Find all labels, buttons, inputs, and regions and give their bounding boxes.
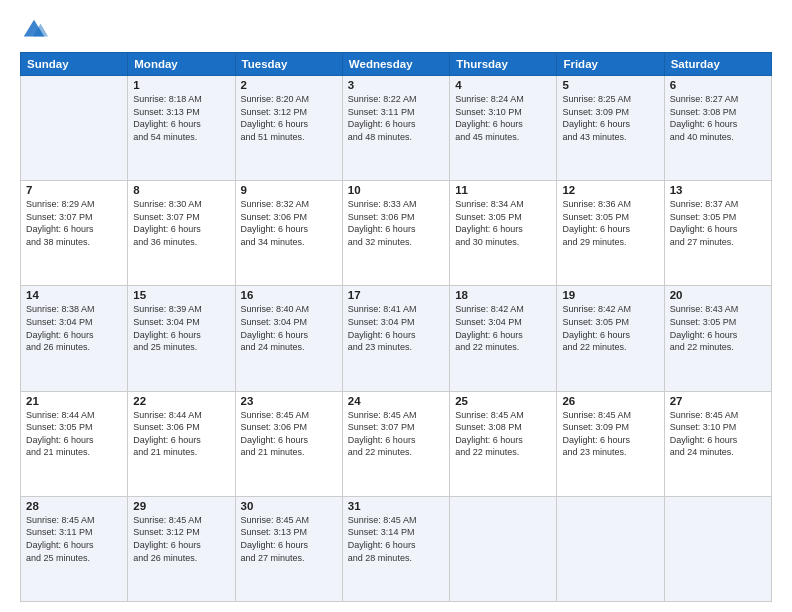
- calendar-week-row: 7Sunrise: 8:29 AM Sunset: 3:07 PM Daylig…: [21, 181, 772, 286]
- calendar-day-header: Tuesday: [235, 53, 342, 76]
- day-number: 16: [241, 289, 337, 301]
- day-number: 6: [670, 79, 766, 91]
- calendar-cell: 13Sunrise: 8:37 AM Sunset: 3:05 PM Dayli…: [664, 181, 771, 286]
- day-number: 20: [670, 289, 766, 301]
- day-number: 2: [241, 79, 337, 91]
- page: SundayMondayTuesdayWednesdayThursdayFrid…: [0, 0, 792, 612]
- cell-info: Sunrise: 8:45 AM Sunset: 3:10 PM Dayligh…: [670, 409, 766, 459]
- cell-info: Sunrise: 8:27 AM Sunset: 3:08 PM Dayligh…: [670, 93, 766, 143]
- calendar-cell: 8Sunrise: 8:30 AM Sunset: 3:07 PM Daylig…: [128, 181, 235, 286]
- cell-info: Sunrise: 8:44 AM Sunset: 3:06 PM Dayligh…: [133, 409, 229, 459]
- cell-info: Sunrise: 8:38 AM Sunset: 3:04 PM Dayligh…: [26, 303, 122, 353]
- calendar-cell: [21, 76, 128, 181]
- calendar-cell: 17Sunrise: 8:41 AM Sunset: 3:04 PM Dayli…: [342, 286, 449, 391]
- day-number: 14: [26, 289, 122, 301]
- day-number: 17: [348, 289, 444, 301]
- calendar-table: SundayMondayTuesdayWednesdayThursdayFrid…: [20, 52, 772, 602]
- day-number: 18: [455, 289, 551, 301]
- day-number: 26: [562, 395, 658, 407]
- cell-info: Sunrise: 8:33 AM Sunset: 3:06 PM Dayligh…: [348, 198, 444, 248]
- day-number: 23: [241, 395, 337, 407]
- cell-info: Sunrise: 8:42 AM Sunset: 3:04 PM Dayligh…: [455, 303, 551, 353]
- calendar-cell: 1Sunrise: 8:18 AM Sunset: 3:13 PM Daylig…: [128, 76, 235, 181]
- day-number: 31: [348, 500, 444, 512]
- calendar-cell: 31Sunrise: 8:45 AM Sunset: 3:14 PM Dayli…: [342, 496, 449, 601]
- calendar-week-row: 14Sunrise: 8:38 AM Sunset: 3:04 PM Dayli…: [21, 286, 772, 391]
- cell-info: Sunrise: 8:29 AM Sunset: 3:07 PM Dayligh…: [26, 198, 122, 248]
- day-number: 29: [133, 500, 229, 512]
- calendar-cell: 5Sunrise: 8:25 AM Sunset: 3:09 PM Daylig…: [557, 76, 664, 181]
- cell-info: Sunrise: 8:43 AM Sunset: 3:05 PM Dayligh…: [670, 303, 766, 353]
- calendar-cell: 22Sunrise: 8:44 AM Sunset: 3:06 PM Dayli…: [128, 391, 235, 496]
- calendar-cell: 6Sunrise: 8:27 AM Sunset: 3:08 PM Daylig…: [664, 76, 771, 181]
- calendar-header-row: SundayMondayTuesdayWednesdayThursdayFrid…: [21, 53, 772, 76]
- cell-info: Sunrise: 8:32 AM Sunset: 3:06 PM Dayligh…: [241, 198, 337, 248]
- cell-info: Sunrise: 8:45 AM Sunset: 3:11 PM Dayligh…: [26, 514, 122, 564]
- cell-info: Sunrise: 8:45 AM Sunset: 3:09 PM Dayligh…: [562, 409, 658, 459]
- calendar-day-header: Friday: [557, 53, 664, 76]
- calendar-cell: 19Sunrise: 8:42 AM Sunset: 3:05 PM Dayli…: [557, 286, 664, 391]
- calendar-day-header: Thursday: [450, 53, 557, 76]
- calendar-week-row: 21Sunrise: 8:44 AM Sunset: 3:05 PM Dayli…: [21, 391, 772, 496]
- day-number: 5: [562, 79, 658, 91]
- cell-info: Sunrise: 8:20 AM Sunset: 3:12 PM Dayligh…: [241, 93, 337, 143]
- cell-info: Sunrise: 8:42 AM Sunset: 3:05 PM Dayligh…: [562, 303, 658, 353]
- calendar-cell: [450, 496, 557, 601]
- cell-info: Sunrise: 8:37 AM Sunset: 3:05 PM Dayligh…: [670, 198, 766, 248]
- calendar-cell: 20Sunrise: 8:43 AM Sunset: 3:05 PM Dayli…: [664, 286, 771, 391]
- calendar-cell: 12Sunrise: 8:36 AM Sunset: 3:05 PM Dayli…: [557, 181, 664, 286]
- cell-info: Sunrise: 8:45 AM Sunset: 3:07 PM Dayligh…: [348, 409, 444, 459]
- day-number: 3: [348, 79, 444, 91]
- day-number: 21: [26, 395, 122, 407]
- cell-info: Sunrise: 8:30 AM Sunset: 3:07 PM Dayligh…: [133, 198, 229, 248]
- day-number: 22: [133, 395, 229, 407]
- calendar-cell: 4Sunrise: 8:24 AM Sunset: 3:10 PM Daylig…: [450, 76, 557, 181]
- cell-info: Sunrise: 8:45 AM Sunset: 3:08 PM Dayligh…: [455, 409, 551, 459]
- calendar-day-header: Wednesday: [342, 53, 449, 76]
- calendar-cell: 3Sunrise: 8:22 AM Sunset: 3:11 PM Daylig…: [342, 76, 449, 181]
- calendar-cell: 16Sunrise: 8:40 AM Sunset: 3:04 PM Dayli…: [235, 286, 342, 391]
- day-number: 8: [133, 184, 229, 196]
- cell-info: Sunrise: 8:34 AM Sunset: 3:05 PM Dayligh…: [455, 198, 551, 248]
- calendar-cell: 29Sunrise: 8:45 AM Sunset: 3:12 PM Dayli…: [128, 496, 235, 601]
- calendar-cell: 15Sunrise: 8:39 AM Sunset: 3:04 PM Dayli…: [128, 286, 235, 391]
- calendar-cell: 18Sunrise: 8:42 AM Sunset: 3:04 PM Dayli…: [450, 286, 557, 391]
- calendar-cell: 24Sunrise: 8:45 AM Sunset: 3:07 PM Dayli…: [342, 391, 449, 496]
- logo: [20, 16, 52, 44]
- calendar-week-row: 1Sunrise: 8:18 AM Sunset: 3:13 PM Daylig…: [21, 76, 772, 181]
- calendar-cell: 30Sunrise: 8:45 AM Sunset: 3:13 PM Dayli…: [235, 496, 342, 601]
- cell-info: Sunrise: 8:44 AM Sunset: 3:05 PM Dayligh…: [26, 409, 122, 459]
- calendar-cell: 27Sunrise: 8:45 AM Sunset: 3:10 PM Dayli…: [664, 391, 771, 496]
- calendar-cell: [557, 496, 664, 601]
- day-number: 12: [562, 184, 658, 196]
- day-number: 9: [241, 184, 337, 196]
- day-number: 25: [455, 395, 551, 407]
- day-number: 11: [455, 184, 551, 196]
- calendar-cell: 7Sunrise: 8:29 AM Sunset: 3:07 PM Daylig…: [21, 181, 128, 286]
- calendar-cell: 23Sunrise: 8:45 AM Sunset: 3:06 PM Dayli…: [235, 391, 342, 496]
- cell-info: Sunrise: 8:45 AM Sunset: 3:13 PM Dayligh…: [241, 514, 337, 564]
- day-number: 19: [562, 289, 658, 301]
- day-number: 10: [348, 184, 444, 196]
- day-number: 15: [133, 289, 229, 301]
- cell-info: Sunrise: 8:45 AM Sunset: 3:14 PM Dayligh…: [348, 514, 444, 564]
- logo-icon: [20, 16, 48, 44]
- calendar-cell: [664, 496, 771, 601]
- cell-info: Sunrise: 8:40 AM Sunset: 3:04 PM Dayligh…: [241, 303, 337, 353]
- calendar-day-header: Saturday: [664, 53, 771, 76]
- calendar-cell: 28Sunrise: 8:45 AM Sunset: 3:11 PM Dayli…: [21, 496, 128, 601]
- calendar-cell: 2Sunrise: 8:20 AM Sunset: 3:12 PM Daylig…: [235, 76, 342, 181]
- day-number: 24: [348, 395, 444, 407]
- calendar-day-header: Monday: [128, 53, 235, 76]
- day-number: 27: [670, 395, 766, 407]
- calendar-cell: 26Sunrise: 8:45 AM Sunset: 3:09 PM Dayli…: [557, 391, 664, 496]
- day-number: 13: [670, 184, 766, 196]
- calendar-cell: 14Sunrise: 8:38 AM Sunset: 3:04 PM Dayli…: [21, 286, 128, 391]
- calendar-cell: 25Sunrise: 8:45 AM Sunset: 3:08 PM Dayli…: [450, 391, 557, 496]
- cell-info: Sunrise: 8:36 AM Sunset: 3:05 PM Dayligh…: [562, 198, 658, 248]
- cell-info: Sunrise: 8:22 AM Sunset: 3:11 PM Dayligh…: [348, 93, 444, 143]
- calendar-week-row: 28Sunrise: 8:45 AM Sunset: 3:11 PM Dayli…: [21, 496, 772, 601]
- calendar-day-header: Sunday: [21, 53, 128, 76]
- header: [20, 16, 772, 44]
- calendar-cell: 11Sunrise: 8:34 AM Sunset: 3:05 PM Dayli…: [450, 181, 557, 286]
